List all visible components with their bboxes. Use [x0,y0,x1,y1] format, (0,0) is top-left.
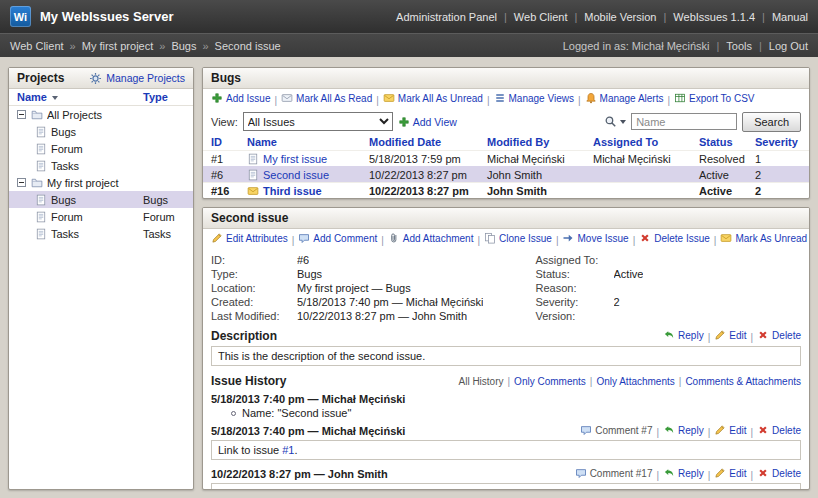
column-modified-date[interactable]: Modified Date [369,136,487,148]
view-select[interactable]: All Issues [243,112,393,131]
tree-item-bugs-selected[interactable]: Bugs Bugs [9,191,193,208]
breadcrumb-web-client[interactable]: Web Client [10,40,64,52]
edit-attributes-link[interactable]: Edit Attributes [211,232,288,244]
issue-read-icon [247,169,259,181]
tree-item-tasks[interactable]: Tasks Tasks [9,225,193,242]
export-csv-link[interactable]: Export To CSV [674,92,754,104]
tools-link[interactable]: Tools [726,40,752,52]
document-icon [35,160,47,172]
history-entry-header: 10/22/2013 8:27 pm — John Smith Comment … [203,464,809,482]
filter-comments-attachments[interactable]: Comments & Attachments [685,376,801,387]
issue-row-selected[interactable]: #6 Second issue 10/22/2013 8:27 pm John … [203,166,809,182]
filter-only-attachments[interactable]: Only Attachments [596,376,674,387]
web-client-link[interactable]: Web Client [514,11,568,23]
column-modified-by[interactable]: Modified By [487,136,593,148]
tree-item-bugs[interactable]: Bugs [9,123,193,140]
top-links: Administration Panel Web Client Mobile V… [396,11,808,23]
collapse-icon[interactable] [17,110,26,119]
chevron-down-icon[interactable] [620,120,626,127]
collapse-icon[interactable] [17,178,26,187]
add-issue-link[interactable]: Add Issue [211,92,270,104]
top-link-wrap: Administration Panel [396,11,497,23]
manage-projects-link[interactable]: Manage Projects [89,72,185,85]
tree-item-all-projects[interactable]: All Projects [9,106,193,123]
add-attachment-link[interactable]: Add Attachment [388,232,474,244]
history-filters: All History Only Comments Only Attachmen… [458,376,801,387]
breadcrumb-folder[interactable]: Bugs [171,40,196,52]
comment-permalink[interactable]: Comment #17 [575,467,653,479]
delete-link[interactable]: Delete [757,329,801,341]
comment-label-item: Comment #17 [575,467,653,481]
reply-icon [663,467,675,479]
reply-link[interactable]: Reply [663,329,704,341]
delete-link[interactable]: Delete [757,467,801,479]
tree-item-type: Bugs [143,194,185,206]
issue-ref-link[interactable]: #1 [282,444,294,456]
column-name[interactable]: Name [247,136,369,148]
issue-row-unread[interactable]: #16 Third issue 10/22/2013 8:27 pm John … [203,182,809,198]
delete-issue-link[interactable]: Delete Issue [639,232,710,244]
search-button[interactable]: Search [742,112,801,132]
mark-as-unread-link[interactable]: Mark As Unread [720,232,807,244]
column-id[interactable]: ID [211,136,247,148]
manage-alerts-link[interactable]: Manage Alerts [585,92,664,104]
comment-label-item: Comment #7 [580,424,652,438]
reply-link[interactable]: Reply [663,424,704,436]
mark-all-read-link[interactable]: Mark All As Read [281,92,372,104]
toolbar-item: Add Issue [211,92,270,106]
reply-link[interactable]: Reply [663,467,704,479]
comment-actions: Comment #7 Reply Edit Delete [580,424,801,438]
description-section-header: Description Reply Edit Delete [203,325,809,345]
issue-assigned-to: Michał Męciński [593,153,699,165]
projects-panel-header: Projects Manage Projects [9,68,193,89]
tree-item-my-first-project[interactable]: My first project [9,174,193,191]
projects-tree: All Projects Bugs Forum Tasks [9,106,193,489]
tree-item-forum[interactable]: Forum Forum [9,208,193,225]
issue-link[interactable]: Second issue [263,169,329,181]
issue-severity: 2 [755,185,801,197]
manage-views-link[interactable]: Manage Views [494,92,574,104]
action-item: Edit [704,467,747,481]
folder-icon [31,109,43,121]
breadcrumb-project[interactable]: My first project [82,40,154,52]
add-view-link[interactable]: Add View [398,116,457,128]
tree-item-forum[interactable]: Forum [9,140,193,157]
comment-text: . [294,444,297,456]
administration-panel-link[interactable]: Administration Panel [396,11,497,23]
comment-permalink[interactable]: Comment #7 [580,424,652,436]
column-assigned-to[interactable]: Assigned To [593,136,699,148]
edit-link[interactable]: Edit [714,467,746,479]
search-icon[interactable] [604,115,617,128]
issue-link[interactable]: Third issue [263,185,322,197]
mobile-version-link[interactable]: Mobile Version [584,11,656,23]
issue-row[interactable]: #1 My first issue 5/18/2013 7:59 pm Mich… [203,150,809,166]
move-issue-link[interactable]: Move Issue [562,232,628,244]
reply-label: Reply [678,330,704,341]
delete-x-icon [757,329,769,341]
export-csv-label: Export To CSV [689,93,754,104]
projects-column-header: Name Type [9,89,193,106]
column-status[interactable]: Status [699,136,755,148]
manual-link[interactable]: Manual [772,11,808,23]
attr-label: Location: [211,282,297,294]
projects-column-name[interactable]: Name [17,91,143,103]
edit-link[interactable]: Edit [714,424,746,436]
issue-modified-date: 5/18/2013 7:59 pm [369,153,487,165]
column-severity[interactable]: Severity [755,136,801,148]
pencil-icon [714,467,726,479]
mark-all-unread-link[interactable]: Mark All As Unread [383,92,483,104]
add-comment-link[interactable]: Add Comment [298,232,377,244]
comment-number: Comment #17 [590,468,653,479]
history-change: Name: "Second issue" [203,406,809,421]
edit-link[interactable]: Edit [714,329,746,341]
clone-issue-link[interactable]: Clone Issue [484,232,552,244]
search-input[interactable] [631,113,737,130]
issue-link[interactable]: My first issue [263,153,327,165]
delete-link[interactable]: Delete [757,424,801,436]
filter-all-history[interactable]: All History [458,376,503,387]
filter-only-comments[interactable]: Only Comments [514,376,586,387]
tree-item-tasks[interactable]: Tasks [9,157,193,174]
logout-wrap: Log Out [752,40,808,52]
logout-link[interactable]: Log Out [769,40,808,52]
projects-column-type[interactable]: Type [143,91,185,103]
